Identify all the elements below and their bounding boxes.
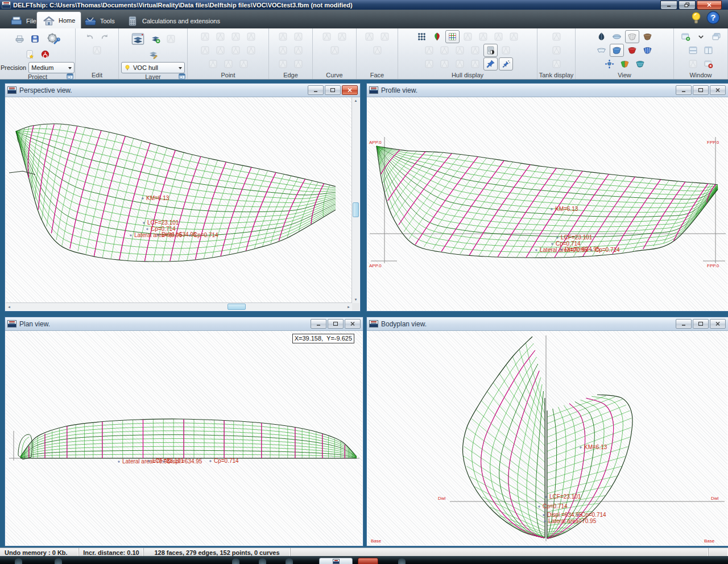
delete-empty-layers-button[interactable] bbox=[164, 32, 178, 45]
hint-bulb-icon[interactable] bbox=[691, 11, 701, 24]
help-button[interactable]: ? bbox=[706, 11, 720, 24]
close-window-button[interactable] bbox=[701, 57, 715, 70]
control-curves-button[interactable] bbox=[422, 44, 436, 57]
scroll-left-arrow[interactable]: ◄ bbox=[6, 303, 13, 310]
layer-properties-button[interactable] bbox=[128, 30, 147, 47]
viewport-maximize-button[interactable] bbox=[693, 319, 709, 329]
intersect-layers-button[interactable] bbox=[213, 44, 228, 57]
viewport-close-button[interactable] bbox=[342, 85, 358, 95]
tanks-shaded-button[interactable] bbox=[549, 44, 564, 57]
tab-calculations[interactable]: Calculations and extensions bbox=[121, 13, 226, 28]
hydrostatic-features-button[interactable] bbox=[483, 44, 498, 57]
submerged-hull-button[interactable] bbox=[453, 57, 467, 70]
viewport-minimize-button[interactable] bbox=[311, 319, 326, 329]
plan-canvas[interactable]: Lateral area=70.95LCF=23.101Displ.=634.9… bbox=[6, 331, 362, 545]
restore-button[interactable] bbox=[679, 1, 696, 10]
profile-view-titlebar[interactable]: Profile view. bbox=[367, 84, 728, 97]
tab-tools[interactable]: Tools bbox=[78, 13, 121, 28]
horizontal-scrollbar[interactable]: ◄ ► bbox=[6, 302, 352, 310]
group-dialog-launcher[interactable] bbox=[67, 72, 73, 78]
perspective-viewport[interactable]: KM=6.13LCF=23.101Cp=0.714Lateral area=70… bbox=[6, 97, 359, 310]
window-titlebar[interactable]: DELFTship: C:\Users\Thomas\Documents\Vir… bbox=[0, 0, 728, 10]
remove-point-button[interactable] bbox=[229, 30, 243, 43]
waterlines-button[interactable] bbox=[491, 30, 506, 43]
taskbar-icon[interactable] bbox=[398, 558, 406, 564]
both-sides-button[interactable] bbox=[430, 30, 444, 43]
taskbar-icon[interactable] bbox=[55, 558, 62, 564]
viewport-maximize-button[interactable] bbox=[325, 85, 341, 95]
zebra-shading-button[interactable] bbox=[640, 44, 655, 57]
new-curve-button[interactable] bbox=[320, 30, 334, 43]
perspective-view-titlebar[interactable]: Perspective view. bbox=[5, 84, 360, 97]
profile-viewport[interactable]: KM=6.13LCF=23.101Cp=0.714Lateral area=70… bbox=[367, 97, 727, 310]
invert-faces-button[interactable] bbox=[378, 30, 392, 43]
active-layer-select[interactable]: VOC hull bbox=[121, 62, 185, 73]
group-dialog-launcher[interactable] bbox=[179, 72, 185, 78]
fair-curve-button[interactable] bbox=[335, 30, 349, 43]
profile-view-button[interactable] bbox=[594, 44, 609, 57]
shade-button[interactable] bbox=[640, 30, 655, 43]
lock-points-button[interactable] bbox=[206, 57, 220, 70]
tab-home[interactable]: Home bbox=[36, 11, 81, 28]
vertical-scroll-thumb[interactable] bbox=[353, 202, 359, 217]
plan-view-button[interactable] bbox=[610, 30, 624, 43]
viewport-minimize-button[interactable] bbox=[676, 319, 692, 329]
grid-button[interactable] bbox=[422, 57, 436, 70]
undo-button[interactable] bbox=[82, 30, 97, 43]
flowlines-button[interactable] bbox=[468, 44, 482, 57]
unlock-points-button[interactable] bbox=[221, 57, 235, 70]
extrude-edge-button[interactable] bbox=[276, 57, 290, 70]
viewport-minimize-button[interactable] bbox=[676, 85, 692, 95]
taskbar-icon[interactable] bbox=[286, 558, 293, 564]
normals-button[interactable] bbox=[453, 44, 467, 57]
add-point-button[interactable] bbox=[198, 30, 212, 43]
plan-viewport[interactable]: Lateral area=70.95LCF=23.101Displ.=634.9… bbox=[6, 331, 362, 545]
auto-group-button[interactable] bbox=[146, 48, 160, 61]
perspective-view-button[interactable] bbox=[610, 44, 624, 57]
zoom-all-button[interactable] bbox=[602, 57, 617, 70]
gauss-curvature-button[interactable] bbox=[625, 44, 639, 57]
collapse-edge-button[interactable] bbox=[276, 30, 290, 43]
lines-plan-button[interactable] bbox=[468, 57, 482, 70]
scale-points-button[interactable] bbox=[244, 30, 258, 43]
interior-edges-button[interactable] bbox=[445, 30, 460, 43]
curve-intersections-button[interactable] bbox=[328, 44, 342, 57]
taskbar-icon[interactable] bbox=[259, 558, 266, 564]
perspective-canvas[interactable]: KM=6.13LCF=23.101Cp=0.714Lateral area=70… bbox=[6, 97, 352, 303]
insert-edge-button[interactable] bbox=[276, 44, 290, 57]
taskbar-icon[interactable] bbox=[232, 558, 239, 564]
curvature-button[interactable] bbox=[437, 44, 452, 57]
arrange-icons-button[interactable] bbox=[686, 57, 700, 70]
developability-button[interactable] bbox=[618, 57, 632, 70]
preferences-button[interactable] bbox=[43, 30, 63, 47]
pin-hydrostatics-button[interactable] bbox=[483, 57, 498, 70]
add-layer-button[interactable] bbox=[148, 32, 163, 45]
scroll-up-arrow[interactable]: ▲ bbox=[352, 97, 359, 104]
scroll-right-arrow[interactable]: ► bbox=[345, 303, 352, 310]
tile-horizontal-button[interactable] bbox=[686, 44, 700, 57]
anchor-points-button[interactable] bbox=[237, 57, 251, 70]
new-face-button[interactable] bbox=[362, 30, 377, 43]
control-net-button[interactable] bbox=[415, 30, 429, 43]
tanks-transparent-button[interactable] bbox=[549, 57, 564, 70]
cascade-windows-button[interactable] bbox=[709, 30, 723, 43]
tile-vertical-button[interactable] bbox=[701, 44, 715, 57]
minimize-button[interactable] bbox=[660, 1, 677, 10]
tanks-visible-button[interactable] bbox=[549, 30, 564, 43]
insert-plane-button[interactable] bbox=[198, 44, 212, 57]
profile-canvas[interactable]: KM=6.13LCF=23.101Cp=0.714Lateral area=70… bbox=[367, 97, 727, 310]
plan-view-titlebar[interactable]: Plan view. bbox=[5, 317, 363, 331]
bodyplan-view-button[interactable] bbox=[594, 30, 609, 43]
diagonals-button[interactable] bbox=[507, 30, 521, 43]
delete-button[interactable] bbox=[90, 44, 104, 57]
bodyplan-view-titlebar[interactable]: Bodyplan view. bbox=[367, 317, 728, 331]
edge-to-curve-button[interactable] bbox=[291, 57, 305, 70]
new-window-button[interactable] bbox=[679, 30, 693, 43]
viewport-close-button[interactable] bbox=[345, 319, 361, 329]
print-button[interactable] bbox=[13, 32, 27, 45]
scroll-down-arrow[interactable]: ▼ bbox=[352, 296, 359, 303]
redo-button[interactable] bbox=[98, 30, 112, 43]
new-project-button[interactable] bbox=[23, 48, 37, 61]
viewport-close-button[interactable] bbox=[710, 319, 726, 329]
window-menu-button[interactable] bbox=[694, 30, 708, 43]
